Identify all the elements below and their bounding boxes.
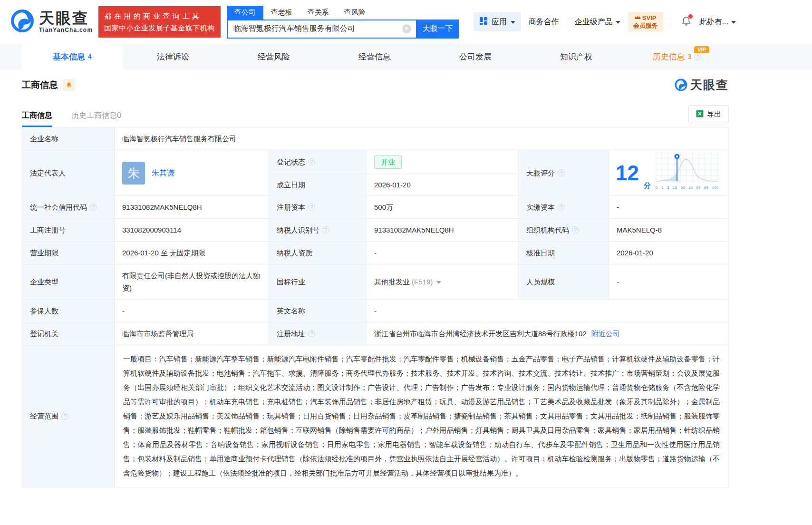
tab-company-development[interactable]: 公司发展 xyxy=(425,44,526,69)
nav-enterprise-products[interactable]: 企业级产品 xyxy=(575,17,620,27)
tab-basic-info-count: 4 xyxy=(88,53,92,60)
notification-bell[interactable] xyxy=(681,16,692,29)
tianyancha-logo[interactable]: 天眼查 TianYanCha.com xyxy=(10,9,93,35)
slogan-line2: 国家中小企业发展子基金旗下机构 xyxy=(104,22,215,34)
business-term-value: 2026-01-20 至 无固定期限 xyxy=(115,242,269,264)
chevron-down-icon xyxy=(731,21,736,24)
help-icon[interactable]: ? xyxy=(308,158,315,165)
insured-count-label: 参保人数 xyxy=(22,300,115,322)
subtab-history-business-info[interactable]: 历史工商信息0 xyxy=(71,111,121,127)
table-row: 工商注册号 331082000903114 纳税人识别号 ? 91331082M… xyxy=(22,219,728,242)
enterprise-products-label: 企业级产品 xyxy=(575,17,613,27)
main-content: 工商信息 天眼查 工商信息 历史工商信息0 xyxy=(0,77,812,487)
reg-authority-label: 登记机关 xyxy=(22,322,115,345)
nearby-companies-link[interactable]: 附近公司 xyxy=(591,329,620,339)
business-info-table: 企业名称 临海智氪极行汽车销售服务有限公司 法定代表人 朱 朱其谦 登记状态 ?… xyxy=(22,127,729,487)
help-icon[interactable]: ? xyxy=(558,169,565,176)
paid-capital-label: 实缴资本 ? xyxy=(519,196,609,218)
reg-capital-label: 注册资本 ? xyxy=(269,196,367,218)
insured-count-value: - xyxy=(115,300,269,322)
apps-menu[interactable]: 应用 xyxy=(474,12,521,31)
tab-intellectual-property[interactable]: 知识产权 xyxy=(526,44,627,69)
help-icon[interactable]: ? xyxy=(694,53,701,60)
legal-rep-label: 法定代表人 xyxy=(22,150,115,195)
score-cell: 12 分 xyxy=(609,150,729,195)
svip-sub-label: 会员服务 xyxy=(633,22,658,29)
approval-date-label: 核准日期 xyxy=(519,242,609,264)
table-row: 企业名称 临海智氪极行汽车销售服务有限公司 xyxy=(22,127,728,150)
subscribe-bell-button[interactable] xyxy=(63,79,75,91)
industry-value-cell: 其他批发业 (F519) xyxy=(367,264,519,299)
approval-date-value: 2026-01-20 xyxy=(609,242,729,264)
table-row: 法定代表人 朱 朱其谦 登记状态 ? 开业 成立日期 2026-01-2 xyxy=(22,150,728,196)
brand-domain: TianYanCha.com xyxy=(39,27,93,33)
address-value: 浙江省台州市临海市台州湾经济技术开发区吉利大道88号行政楼102 xyxy=(374,329,587,339)
search-tab-company[interactable]: 查公司 xyxy=(227,6,263,19)
search-tab-boss[interactable]: 查老板 xyxy=(263,6,300,19)
search-input[interactable] xyxy=(228,25,402,33)
tab-operating-risk[interactable]: 经营风险 xyxy=(223,44,324,69)
table-row: 统一社会信用代码 ? 91331082MAK5NELQ8H 注册资本 ? 500… xyxy=(22,196,728,219)
legal-rep-avatar[interactable]: 朱 xyxy=(122,162,145,185)
search-type-tabs: 查公司 查老板 查关系 查风险 xyxy=(227,6,459,19)
clear-search-icon[interactable]: ✕ xyxy=(402,24,411,33)
vip-badge: VIP xyxy=(694,46,709,53)
business-term-label: 营业期限 xyxy=(22,242,115,264)
tab-operating-info[interactable]: 经营信息 xyxy=(324,44,425,69)
tianyancha-logo-icon xyxy=(10,9,34,35)
tab-legal-proceedings[interactable]: 法律诉讼 xyxy=(123,44,223,69)
table-row: 参保人数 - 英文名称 - xyxy=(22,300,728,322)
top-header: 天眼查 TianYanCha.com 都在用的商业查询工具 国家中小企业发展子基… xyxy=(0,0,812,44)
search-tab-relation[interactable]: 查关系 xyxy=(300,6,337,19)
user-menu-label: 此处有... xyxy=(699,17,728,27)
english-name-label: 英文名称 xyxy=(269,300,367,322)
reg-status-cell: 开业 xyxy=(367,150,519,174)
help-icon[interactable]: ? xyxy=(90,204,97,211)
apps-grid-icon xyxy=(479,17,488,27)
help-icon[interactable]: ? xyxy=(61,413,68,420)
table-row: 营业期限 2026-01-20 至 无固定期限 纳税人资质 - 核准日期 202… xyxy=(22,242,728,264)
export-button[interactable]: 导出 xyxy=(688,105,729,123)
industry-expand-icon[interactable] xyxy=(436,281,441,284)
user-menu[interactable]: 此处有... xyxy=(699,17,736,27)
section-title: 工商信息 xyxy=(22,79,58,91)
tab-history-info[interactable]: VIP 历史信息 3 ? xyxy=(627,44,727,69)
legal-rep-name-link[interactable]: 朱其谦 xyxy=(152,168,174,178)
reg-capital-value: 500万 xyxy=(367,196,519,218)
credit-code-label: 统一社会信用代码 ? xyxy=(22,196,115,218)
english-name-value: - xyxy=(367,300,728,322)
industry-code: (F519) xyxy=(412,277,433,287)
help-icon[interactable]: ? xyxy=(572,226,579,233)
bell-icon xyxy=(66,82,72,88)
subtab-business-info[interactable]: 工商信息 xyxy=(22,111,52,127)
help-icon[interactable]: ? xyxy=(558,204,565,211)
search-button[interactable]: 天眼一下 xyxy=(417,19,459,39)
tianyancha-watermark: 天眼查 xyxy=(675,77,729,93)
slogan-line1: 都在用的商业查询工具 xyxy=(104,10,215,22)
notification-dot xyxy=(688,14,693,19)
nav-business-cooperation[interactable]: 商务合作 xyxy=(529,17,559,27)
taxpayer-id-label: 纳税人识别号 ? xyxy=(269,219,367,241)
crown-icon xyxy=(635,14,641,22)
tab-basic-info[interactable]: 基本信息 4 xyxy=(22,44,123,69)
svip-member-service[interactable]: SVIP 会员服务 xyxy=(628,12,663,32)
industry-label: 国标行业 xyxy=(269,264,367,299)
credit-code-value: 91331082MAK5NELQ8H xyxy=(115,196,269,218)
industry-value: 其他批发业 xyxy=(374,277,410,287)
divider xyxy=(671,18,671,26)
company-name-label: 企业名称 xyxy=(22,127,115,150)
help-icon[interactable]: ? xyxy=(322,226,329,233)
score-unit: 分 xyxy=(644,180,651,191)
taxpayer-id-value: 91331082MAK5NELQ8H xyxy=(367,219,519,241)
apps-label: 应用 xyxy=(492,17,507,27)
excel-icon xyxy=(696,110,704,119)
org-code-label: 组织机构代码 ? xyxy=(519,219,609,241)
search-tab-risk[interactable]: 查风险 xyxy=(337,6,373,19)
svip-label: SVIP xyxy=(642,14,657,22)
company-name-value: 临海智氪极行汽车销售服务有限公司 xyxy=(115,127,728,150)
help-icon[interactable]: ? xyxy=(308,330,315,337)
help-icon[interactable]: ? xyxy=(308,204,315,211)
address-cell: 浙江省台州市临海市台州湾经济技术开发区吉利大道88号行政楼102 附近公司 xyxy=(367,322,728,345)
divider xyxy=(567,18,567,26)
search-area: 查公司 查老板 查关系 查风险 ✕ 天眼一下 xyxy=(227,6,459,39)
